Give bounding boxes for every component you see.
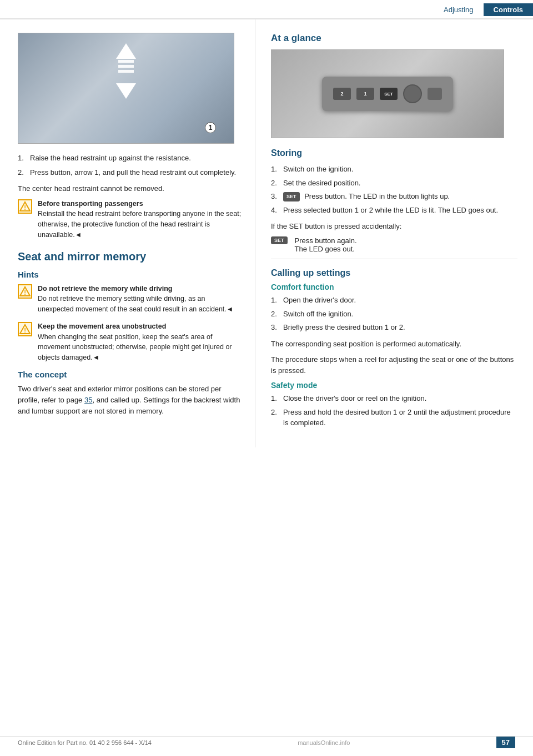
arrow-up-icon <box>116 43 136 59</box>
concept-body: Two driver's seat and exterior mirror po… <box>18 384 242 417</box>
header-tabs: Adjusting Controls <box>434 3 533 16</box>
storing-step-4: 4. Press selected button 1 or 2 while th… <box>271 205 517 216</box>
svg-text:!: ! <box>24 327 26 334</box>
storing-step-1: 1. Switch on the ignition. <box>271 164 517 175</box>
footer-edition: Online Edition for Part no. 01 40 2 956 … <box>18 739 152 746</box>
storing-step-3: 3. SET Press button. The LED in the butt… <box>271 191 517 202</box>
warning-icon-2: ! <box>18 284 32 299</box>
warning-transport-text: Before transporting passengers Reinstall… <box>38 199 242 240</box>
concept-heading: The concept <box>18 370 242 379</box>
seat-btn-set: SET <box>380 88 398 100</box>
comfort-step-2: 2. Switch off the ignition. <box>271 309 517 320</box>
at-glance-heading: At a glance <box>271 33 517 44</box>
seat-mirror-heading: Seat and mirror memory <box>18 250 242 263</box>
footer-brand: manualsOnline.info <box>298 739 350 746</box>
page-ref-link[interactable]: 35 <box>84 396 92 404</box>
seat-ctrl-extra <box>428 88 442 100</box>
section-divider <box>271 259 517 259</box>
headrest-lines <box>118 60 134 73</box>
main-content: 1 1. Raise the head restraint up against… <box>0 19 533 447</box>
warning-driving-text: Do not retrieve the memory while driving… <box>38 284 242 315</box>
svg-text:!: ! <box>24 289 26 296</box>
center-note: The center head restraint cannot be remo… <box>18 183 242 194</box>
image-label-1: 1 <box>205 122 216 133</box>
seat-btn-1: 1 <box>356 88 374 100</box>
warning-icon-1: ! <box>18 199 32 214</box>
comfort-steps: 1. Open the driver's door. 2. Switch off… <box>271 295 517 333</box>
storing-steps: 1. Switch on the ignition. 2. Set the de… <box>271 164 517 215</box>
warning-transport: ! Before transporting passengers Reinsta… <box>18 199 242 240</box>
tab-controls[interactable]: Controls <box>484 3 533 16</box>
safety-step-2: 2. Press and hold the desired button 1 o… <box>271 407 517 429</box>
set-button-inline-2: SET <box>271 236 288 244</box>
page-header: Adjusting Controls <box>0 0 533 19</box>
comfort-function-heading: Comfort function <box>271 283 517 291</box>
warning-unobstructed-text: Keep the movement area unobstructed When… <box>38 321 242 363</box>
glance-image: 2 1 SET <box>271 49 504 138</box>
step-2: 2. Press button, arrow 1, and pull the h… <box>18 167 242 178</box>
comfort-note-1: The corresponding seat position is perfo… <box>271 339 517 350</box>
storing-step-2: 2. Set the desired position. <box>271 178 517 189</box>
comfort-step-1: 1. Open the driver's door. <box>271 295 517 306</box>
step-1: 1. Raise the head restraint up against t… <box>18 153 242 164</box>
hints-heading: Hints <box>18 270 242 279</box>
warning-driving: ! Do not retrieve the memory while drivi… <box>18 284 242 315</box>
set-button-inline-1: SET <box>283 192 300 202</box>
warning-unobstructed: ! Keep the movement area unobstructed Wh… <box>18 321 242 363</box>
headrest-image: 1 <box>18 33 234 144</box>
set-accidentally-intro: If the SET button is pressed accidentall… <box>271 221 517 232</box>
seat-btn-2: 2 <box>333 88 351 100</box>
page-footer: Online Edition for Part no. 01 40 2 956 … <box>0 736 533 748</box>
comfort-step-3: 3. Briefly press the desired button 1 or… <box>271 322 517 333</box>
right-column: At a glance 2 1 SET Storing 1. Switch on… <box>255 19 533 447</box>
left-column: 1 1. Raise the head restraint up against… <box>0 19 255 447</box>
safety-steps: 1. Close the driver's door or reel on th… <box>271 393 517 429</box>
safety-mode-heading: Safety mode <box>271 381 517 390</box>
warning-icon-3: ! <box>18 322 32 336</box>
calling-heading: Calling up settings <box>271 268 517 278</box>
page-number: 57 <box>496 737 515 748</box>
comfort-note-2: The procedure stops when a reel for adju… <box>271 354 517 376</box>
storing-heading: Storing <box>271 148 517 158</box>
set-accidentally-block: SET Press button again. The LED goes out… <box>271 236 517 253</box>
seat-joystick <box>403 84 422 103</box>
svg-text:!: ! <box>24 204 26 211</box>
safety-step-1: 1. Close the driver's door or reel on th… <box>271 393 517 404</box>
tab-adjusting[interactable]: Adjusting <box>434 3 483 16</box>
arrow-down-icon <box>116 83 136 99</box>
headrest-steps: 1. Raise the head restraint up against t… <box>18 153 242 178</box>
